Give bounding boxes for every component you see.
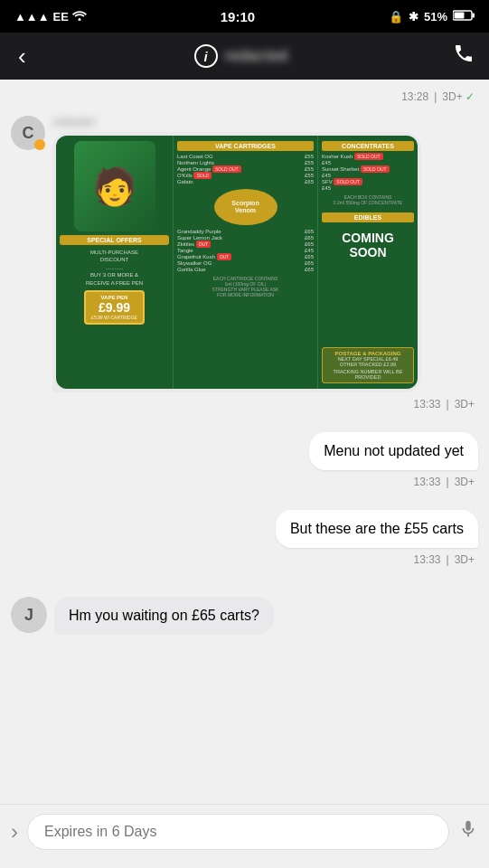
read-indicator-4: 3D+ (455, 553, 475, 566)
message-timestamp-4: 13:33 | 3D+ (11, 552, 478, 568)
tracking-note: TRACKING NUMBER WILL BE PROVIDED (325, 369, 410, 380)
menu-item-8: Zkittles OUT£65 (177, 241, 314, 247)
menu-item-2: Northern Lights£55 (177, 160, 314, 165)
svg-rect-2 (472, 13, 475, 17)
edibles-banner: EDIBLES (322, 212, 414, 222)
sent-message-1: Menu not updated yet (11, 432, 478, 470)
separator-2: | (447, 398, 449, 410)
vape-pen-sub: £5.99 W/ CARTRIDGE (91, 315, 137, 320)
online-dot (34, 139, 45, 150)
message-timestamp-1: 13:28 | 3D+ ✓ (11, 89, 478, 105)
carrier-name: EE (53, 10, 69, 24)
expand-button[interactable]: › (11, 819, 18, 844)
vape-pen-price: £9.99 (91, 300, 137, 315)
read-indicator-2: 3D+ (455, 398, 475, 410)
message-timestamp-2: 13:33 | 3D+ (11, 396, 478, 412)
read-indicator-3: 3D+ (455, 476, 475, 488)
input-bar: › (0, 804, 489, 868)
nav-bar: ‹ i redacted (0, 33, 489, 80)
separator-4: | (447, 553, 449, 566)
sent-bubble-2[interactable]: But these are the £55 carts (276, 510, 478, 548)
separator: | (434, 90, 437, 103)
conc-item-3-price: £45 (322, 185, 414, 191)
signal-bars: ▲▲▲ (14, 10, 50, 24)
partial-bubble[interactable]: Hm you waiting on £65 carts? (54, 597, 274, 635)
received-content: redacted 🧑 SPECIAL OFFERS MULTI-PURCHASE… (52, 116, 421, 392)
sent-message-2: But these are the £55 carts (11, 510, 478, 548)
status-right: 🔒 ✱ 51% (389, 10, 475, 24)
received-message-partial: J Hm you waiting on £65 carts? (11, 597, 478, 635)
lock-icon: 🔒 (389, 10, 403, 24)
sender-name: redacted (52, 116, 421, 128)
concentrate-note: EACH BOX CONTAINS0.2ml 550mg OF CONCENTR… (322, 194, 414, 205)
menu-item-10: Grapefruit Kush OUT£65 (177, 254, 314, 259)
battery-icon (453, 10, 475, 24)
phone-button[interactable] (453, 42, 475, 70)
svg-rect-3 (454, 12, 464, 18)
received-message-image: C redacted 🧑 SPECIAL OFFERS MULTI-PURCHA… (11, 116, 478, 392)
conc-item-3: SFV SOLD OUT (322, 179, 414, 184)
status-left: ▲▲▲ EE (14, 10, 87, 24)
postage-detail: NEXT DAY SPECIAL £6.49OTHER TRACKED £2.9… (325, 356, 410, 367)
message-timestamp-3: 13:33 | 3D+ (11, 474, 478, 490)
menu-item-11: Skywalker OG£65 (177, 260, 314, 266)
menu-item-4: O'Kills SOLD£55 (177, 173, 314, 178)
multi-purchase-text: MULTI-PURCHASEDISCOUNT............BUY 3 … (86, 249, 143, 287)
contact-name: redacted (225, 48, 288, 64)
sold-out-badge-5: SOLD OUT (354, 153, 383, 160)
sent-text-2: But these are the £55 carts (290, 521, 464, 536)
cartridge-note: EACH CARTRIDGE CONTAINS1ml (100mg OF OIL… (177, 276, 314, 297)
bluetooth-icon: ✱ (409, 10, 418, 24)
time-label-4: 13:33 (413, 553, 440, 566)
sender-avatar-c: C (11, 116, 45, 150)
sold-out-badge-2: SOLD (193, 172, 212, 179)
time-label-2: 13:33 (413, 398, 440, 410)
menu-item-1: Last Coast OG£55 (177, 154, 314, 159)
postage-box: POSTAGE & PACKAGING NEXT DAY SPECIAL £6.… (322, 347, 414, 383)
sold-out-badge: SOLD OUT (212, 165, 241, 173)
coming-soon-text: COMING SOON (322, 231, 414, 259)
svg-point-0 (78, 18, 80, 21)
time-label: 13:28 (401, 90, 428, 103)
concentrates-banner: CONCENTRATES (322, 141, 414, 151)
back-button[interactable]: ‹ (14, 39, 30, 74)
menu-middle-section: VAPE CARTRIDGES Last Coast OG£55 Norther… (174, 136, 318, 389)
battery-level: 51% (424, 10, 447, 24)
info-icon: i (194, 44, 218, 68)
sent-bubble-1[interactable]: Menu not updated yet (309, 432, 478, 470)
menu-right-section: CONCENTRATES Kosher Kush SOLD OUT £45 Su… (318, 136, 418, 389)
conc-item-1: Kosher Kush SOLD OUT (322, 154, 414, 159)
microphone-button[interactable] (458, 819, 478, 844)
sold-out-badge-4: OUT (217, 253, 232, 260)
sold-out-badge-7: SOLD OUT (334, 178, 362, 185)
menu-character-image: 🧑 (74, 141, 155, 231)
sold-out-badge-6: SOLD OUT (361, 165, 390, 173)
menu-image: 🧑 SPECIAL OFFERS MULTI-PURCHASEDISCOUNT.… (56, 136, 418, 389)
chat-area: 13:28 | 3D+ ✓ C redacted 🧑 SPECIAL OFFER… (0, 80, 489, 711)
sender-avatar-j: J (11, 597, 47, 633)
vape-pen-box: VAPE PEN £9.99 £5.99 W/ CARTRIDGE (84, 290, 145, 325)
nav-contact-info[interactable]: i redacted (194, 44, 288, 68)
wifi-icon (72, 10, 87, 24)
image-message-bubble[interactable]: 🧑 SPECIAL OFFERS MULTI-PURCHASEDISCOUNT.… (52, 132, 421, 392)
brand-logo: ScorpionVenom (214, 189, 277, 225)
separator-3: | (447, 476, 449, 488)
vape-cartridges-banner: VAPE CARTRIDGES (177, 141, 314, 151)
menu-left-section: 🧑 SPECIAL OFFERS MULTI-PURCHASEDISCOUNT.… (56, 136, 174, 389)
status-time: 19:10 (221, 9, 255, 24)
sold-out-badge-3: OUT (196, 241, 212, 248)
status-bar: ▲▲▲ EE 19:10 🔒 ✱ 51% (0, 0, 489, 33)
menu-item-5: Gelato£65 (177, 179, 314, 184)
menu-item-12: Gorilla Glue£65 (177, 267, 314, 272)
sent-text-1: Menu not updated yet (324, 443, 464, 458)
time-label-3: 13:33 (413, 476, 440, 488)
menu-item-9: Tangie£45 (177, 248, 314, 253)
read-indicator: 3D+ ✓ (442, 90, 475, 103)
special-offers-banner: SPECIAL OFFERS (60, 235, 169, 245)
menu-item-6: Grandaddy Purple£65 (177, 229, 314, 234)
conc-item-2: Sunset Sherbet SOLD OUT (322, 166, 414, 172)
partial-text: Hm you waiting on £65 carts? (69, 608, 259, 623)
message-input[interactable] (27, 814, 449, 850)
